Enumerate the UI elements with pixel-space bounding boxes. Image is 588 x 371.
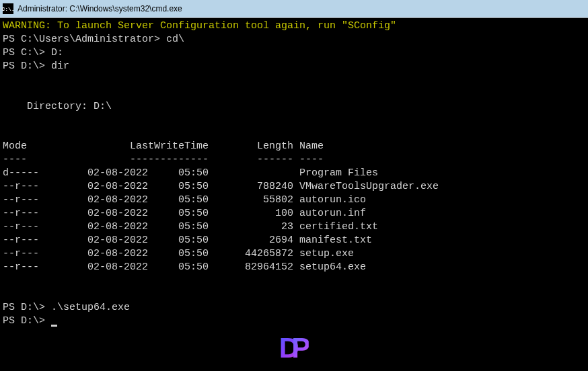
cmd-icon: C:\. xyxy=(3,3,13,14)
window-title: Administrator: C:\Windows\system32\cmd.e… xyxy=(17,4,182,13)
window-title-bar[interactable]: C:\. Administrator: C:\Windows\system32\… xyxy=(0,0,588,18)
terminal-output[interactable]: WARNING: To launch Server Configuration … xyxy=(0,18,588,329)
watermark-logo: D P xyxy=(279,332,309,364)
logo-letter-p: P xyxy=(291,332,309,364)
